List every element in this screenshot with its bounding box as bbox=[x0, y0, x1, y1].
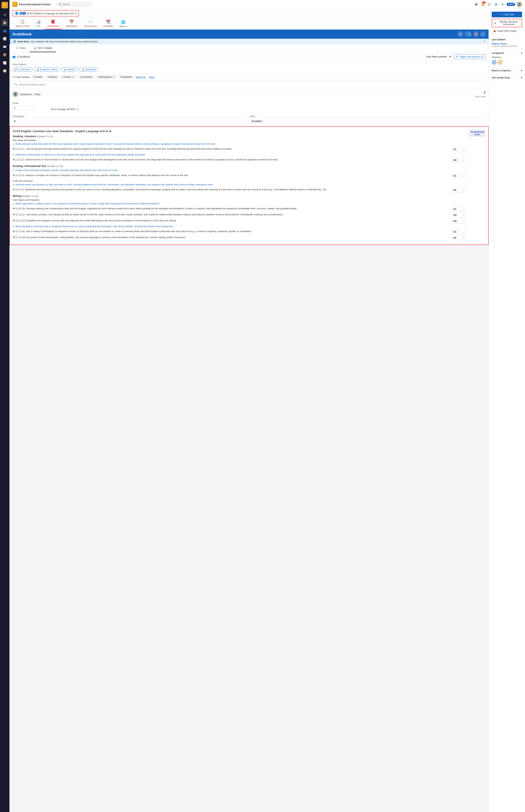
std-grade-select-rl1121[interactable]: EE bbox=[452, 147, 465, 151]
final-grade-value: 7 bbox=[475, 91, 485, 96]
topnav-search-box[interactable]: 🔍 bbox=[56, 2, 93, 6]
search-bar-icon: 🔍 bbox=[14, 83, 17, 86]
messages-button[interactable]: 💬 bbox=[487, 2, 492, 7]
chart-icon: 📊 bbox=[493, 22, 496, 24]
manage-standards-button[interactable]: 📊 Manage Standards Assessment bbox=[492, 19, 522, 27]
std-grade-select-w11121b[interactable]: EE bbox=[452, 207, 465, 211]
std-grade-w11121b: EE bbox=[452, 207, 467, 211]
sidebar-icon-box[interactable]: 📦 bbox=[1, 52, 8, 58]
tab-term-grades[interactable]: 📊 Term Grades bbox=[30, 44, 56, 52]
sidebar-icon-users[interactable]: 👥 bbox=[1, 27, 8, 34]
fc-chip-names[interactable]: 1 Names i bbox=[60, 75, 76, 79]
grid-button[interactable]: ⊞ bbox=[500, 2, 505, 7]
nav-tab-more[interactable]: 🌐 More ▾ bbox=[117, 18, 130, 29]
std-desc-w11123c: W.11-12.3c. Use a variety of techniques … bbox=[13, 230, 452, 233]
std-link-4[interactable]: 4. Interpret words and phrases as they a… bbox=[13, 183, 467, 186]
discrepancy-info-icon[interactable]: i bbox=[112, 76, 115, 78]
sidebar-logo[interactable]: F bbox=[1, 2, 8, 9]
std-link-3[interactable]: 3. Analyze how and why individuals, even… bbox=[13, 169, 467, 172]
counter-badge[interactable]: 4 of 5 bbox=[507, 3, 515, 6]
sidebar-icon-grid[interactable]: ⊞ bbox=[1, 11, 8, 18]
final-grade-label: Final Grade bbox=[475, 96, 485, 98]
search-bar: 🔍 bbox=[12, 82, 485, 87]
std-link-2[interactable]: 2. Determine central ideas or themes of … bbox=[13, 153, 467, 156]
last-updated-section[interactable]: Last Updated bbox=[492, 38, 522, 41]
fc-select-all[interactable]: Select All bbox=[136, 76, 145, 78]
add-button[interactable]: ➕ bbox=[474, 2, 479, 7]
gb-users-btn[interactable]: 👥 6 bbox=[465, 31, 472, 37]
students-icon: 👥 bbox=[12, 55, 16, 58]
nav-tab-attendance[interactable]: 📅 Attendance bbox=[63, 18, 80, 29]
sidebar-icon-compass[interactable]: 🧭 bbox=[1, 68, 8, 74]
rubrics-options-section[interactable]: Rubrics & Options ▾ bbox=[492, 69, 522, 72]
effort-label: Effort bbox=[250, 115, 485, 118]
view-opt-comments[interactable]: 💬 Comments bbox=[12, 67, 32, 72]
std-grade-select-wrap-w11123c: EE bbox=[452, 230, 465, 234]
settings-button[interactable]: ⚙️ bbox=[493, 2, 498, 7]
term-grade-scale-section[interactable]: Term Grade Scale ▾ bbox=[492, 76, 522, 79]
std-grade-rl1122: ME bbox=[452, 158, 467, 162]
grade-input[interactable] bbox=[12, 105, 34, 111]
tab-tasks[interactable]: ☑ Tasks bbox=[12, 44, 30, 52]
standards-section: CCSS English: Common Core State Standard… bbox=[10, 126, 489, 245]
std-grade-select-ri1124[interactable]: BE bbox=[452, 188, 465, 192]
std-grade-select-w11121c[interactable]: ME bbox=[452, 213, 465, 217]
effort-select[interactable]: Excellent bbox=[250, 118, 485, 124]
std-link-1[interactable]: 1. Read closely to determine what the te… bbox=[13, 142, 467, 146]
nav-tab-discussions[interactable]: ✉️ Discussions bbox=[81, 18, 100, 29]
names-info-icon[interactable]: i bbox=[72, 76, 74, 78]
toggle-view-label: Toggle view options bbox=[459, 55, 480, 58]
std-grade-select-w11123d[interactable]: BE bbox=[452, 235, 465, 240]
comments-icon: 💬 bbox=[15, 68, 18, 71]
view-opt-rubrics[interactable]: 📊 Rubrics bbox=[61, 67, 78, 72]
fc-chip-discrepancy[interactable]: 2 Discrepancy i bbox=[96, 75, 117, 79]
fc-none[interactable]: None bbox=[149, 76, 154, 78]
gb-target-btn[interactable]: 🎯 bbox=[473, 31, 479, 37]
fc-chip-standards[interactable]: 5 Standards bbox=[118, 75, 134, 79]
std-desc-w11121c: W.11-12.1c. Use words, phrases, and clau… bbox=[13, 213, 452, 216]
notification-button[interactable]: 🔔 102 bbox=[480, 2, 485, 7]
view-opt-standards[interactable]: 📊 Standards bbox=[79, 67, 99, 72]
std-grade-select-ri1123[interactable]: EE bbox=[452, 174, 465, 178]
assigned-to-section[interactable]: Assigned to ▾ bbox=[492, 52, 522, 54]
gb-refresh-btn[interactable]: ↻ bbox=[458, 31, 463, 37]
term-select[interactable]: First Term (current) bbox=[424, 54, 452, 59]
sidebar-icon-bar[interactable]: 📈 bbox=[1, 59, 8, 66]
user-avatar[interactable]: 👤 bbox=[516, 2, 522, 7]
nav-tab-tasks-units[interactable]: 📋 Tasks & Units bbox=[12, 18, 33, 29]
subcategory-text-types: Text Types and Purposes bbox=[13, 199, 467, 201]
nav-tab-discussions-label: Discussions bbox=[84, 25, 97, 27]
fc-chip-grades[interactable]: 0 Grades bbox=[31, 75, 44, 79]
participation-select[interactable]: A bbox=[12, 118, 248, 124]
alert-close-btn[interactable]: ✕ bbox=[484, 40, 485, 43]
last-updated-title: Last Updated bbox=[492, 38, 506, 41]
nav-tab-gradebook[interactable]: 📕 Gradebook bbox=[44, 18, 62, 29]
nav-tab-ia[interactable]: 📊 IA ▾ bbox=[33, 18, 44, 29]
view-opt-progress-charts[interactable]: 📊 Progress Charts bbox=[34, 67, 60, 72]
nav-tab-calendar[interactable]: 📆 Calendar bbox=[101, 18, 116, 29]
view-options-buttons: 💬 Comments 📊 Progress Charts 📊 Rubrics 📊… bbox=[12, 67, 485, 72]
sidebar-icon-book[interactable]: 📖 bbox=[1, 43, 8, 50]
sidebar-icon-chart[interactable]: 📊 bbox=[1, 35, 8, 42]
fc-divider: | bbox=[147, 76, 148, 78]
std-grade-select-w11121d[interactable]: ME bbox=[452, 219, 465, 223]
student-name-text: Epelbaum, Chloe bbox=[20, 93, 41, 96]
sidebar: F ⊞ 🏠 👥 📊 📖 📦 📈 🧭 bbox=[0, 0, 10, 812]
toggle-view-btn[interactable]: ⚙ Toggle view options ▲ bbox=[453, 54, 485, 59]
export-term-grades-button[interactable]: 📤 Export Term Grades bbox=[492, 28, 522, 34]
std-grade-select-w11123c[interactable]: EE bbox=[452, 230, 465, 234]
gb-arrow-btn[interactable]: → bbox=[480, 31, 485, 37]
student-search-input[interactable] bbox=[19, 83, 484, 86]
nav-tab-calendar-label: Calendar bbox=[103, 25, 113, 27]
std-grade-rl1121: EE bbox=[452, 147, 467, 151]
sidebar-icon-home[interactable]: 🏠 bbox=[1, 19, 8, 26]
std-grade-select-rl1122[interactable]: ME bbox=[452, 158, 465, 162]
search-input[interactable] bbox=[62, 3, 88, 6]
students-count: 👥 6 Students bbox=[12, 55, 30, 58]
add-task-button[interactable]: + + Add Task bbox=[492, 12, 522, 17]
std-link-5[interactable]: 1. Write arguments to support claims in … bbox=[13, 202, 467, 205]
fc-chip-comments[interactable]: 1 Comments bbox=[78, 75, 94, 79]
fc-chip-rubrics[interactable]: 5 Rubrics bbox=[46, 75, 59, 79]
std-row-ri1123: RI.11-12.3. Analyze a complex set of ide… bbox=[13, 174, 467, 178]
std-link-6[interactable]: 3. Write narratives to develop real or i… bbox=[13, 225, 467, 228]
